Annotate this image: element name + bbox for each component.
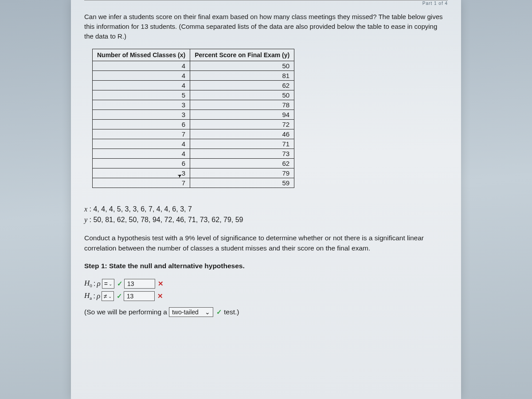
question-page: Part 1 of 4 Can we infer a students scor…: [71, 0, 461, 399]
table-row: 746: [93, 129, 294, 139]
data-table: Number of Missed Classes (x) Percent Sco…: [92, 49, 294, 188]
cross-icon: ✕: [157, 292, 163, 300]
table-row: 473: [93, 149, 294, 159]
top-divider: [84, 0, 448, 7]
cell-y: 59: [190, 178, 294, 188]
ha-operator-select[interactable]: ≠⌄: [102, 291, 114, 301]
cell-y: 50: [190, 61, 294, 71]
cell-x: 3: [93, 100, 190, 110]
cell-x: ➤3: [93, 168, 190, 178]
table-row: 662: [93, 159, 294, 168]
cell-y: 81: [190, 71, 294, 81]
cross-icon: ✕: [158, 280, 164, 288]
x-values: 4, 4, 4, 5, 3, 3, 6, 7, 4, 4, 6, 3, 7: [93, 205, 192, 213]
cell-x: 4: [93, 139, 190, 149]
test-type-line: (So we will be performing a two-tailed ⌄…: [84, 307, 448, 317]
check-icon: ✓: [117, 292, 122, 300]
y-values: 50, 81, 62, 50, 78, 94, 72, 46, 71, 73, …: [93, 216, 243, 223]
chevron-down-icon: ⌄: [108, 294, 112, 299]
data-lists: x : 4, 4, 4, 5, 3, 3, 6, 7, 4, 4, 6, 3, …: [84, 204, 448, 225]
table-row: 550: [93, 90, 294, 100]
ha-label: Ha: [84, 291, 92, 301]
check-icon: ✓: [216, 308, 222, 316]
final-pre: (So we will be performing a: [84, 308, 167, 316]
table-row: 481: [93, 71, 294, 81]
check-icon: ✓: [117, 280, 123, 288]
cell-y: 46: [190, 129, 294, 139]
intro-text: Can we infer a students score on their f…: [84, 12, 448, 41]
table-row: 378: [93, 100, 294, 110]
cell-y: 73: [190, 149, 294, 159]
chevron-down-icon: ⌄: [205, 309, 210, 316]
cell-x: 4: [93, 149, 190, 159]
cell-x: 3: [93, 110, 190, 120]
table-row: 394: [93, 110, 294, 120]
final-post: test.): [224, 308, 239, 316]
header-x: Number of Missed Classes (x): [93, 49, 190, 61]
chevron-down-icon: ⌄: [109, 282, 112, 286]
cell-x: 5: [93, 90, 190, 100]
instruction-text: Conduct a hypothesis test with a 9% leve…: [84, 233, 448, 253]
h0-value-input[interactable]: 13: [124, 279, 155, 289]
cell-x: 4: [93, 71, 190, 81]
cell-y: 62: [190, 81, 294, 90]
table-header-row: Number of Missed Classes (x) Percent Sco…: [93, 49, 294, 61]
y-list-row: y : 50, 81, 62, 50, 78, 94, 72, 46, 71, …: [84, 215, 448, 225]
rho-symbol: ρ: [97, 292, 100, 301]
header-y: Percent Score on Final Exam (y): [190, 49, 294, 61]
cell-y: 62: [190, 159, 294, 168]
cell-x: 4: [93, 81, 190, 90]
h0-label: H0: [84, 279, 92, 288]
ha-value-input[interactable]: 13: [124, 291, 155, 301]
cell-y: 72: [190, 120, 294, 129]
table-row: 450: [93, 61, 294, 71]
rho-symbol: ρ: [97, 279, 101, 288]
cell-y: 71: [190, 139, 294, 149]
h0-operator-select[interactable]: =⌄: [102, 279, 114, 289]
cell-y: 79: [190, 168, 294, 178]
cell-x: 6: [93, 159, 190, 168]
cell-x: 4: [93, 61, 190, 71]
step1-heading: Step 1: State the null and alternative h…: [84, 262, 448, 270]
table-row: 462: [93, 81, 294, 90]
null-hypothesis-row: H0 : ρ =⌄ ✓ 13 ✕: [84, 279, 448, 289]
table-row: 759: [93, 178, 294, 188]
cell-y: 50: [190, 90, 294, 100]
table-row: 672: [93, 120, 294, 129]
cell-y: 78: [190, 100, 294, 110]
cell-x: 6: [93, 120, 190, 129]
alt-hypothesis-row: Ha : ρ ≠⌄ ✓ 13 ✕: [84, 291, 448, 301]
x-list-row: x : 4, 4, 4, 5, 3, 3, 6, 7, 4, 4, 6, 3, …: [84, 204, 448, 215]
table-row: 471: [93, 139, 294, 149]
table-row: ➤379: [93, 168, 294, 178]
cell-x: 7: [93, 129, 190, 139]
cell-y: 94: [190, 110, 294, 120]
part-indicator: Part 1 of 4: [422, 1, 448, 6]
test-type-select[interactable]: two-tailed ⌄: [169, 307, 213, 317]
cell-x: 7: [93, 178, 190, 188]
